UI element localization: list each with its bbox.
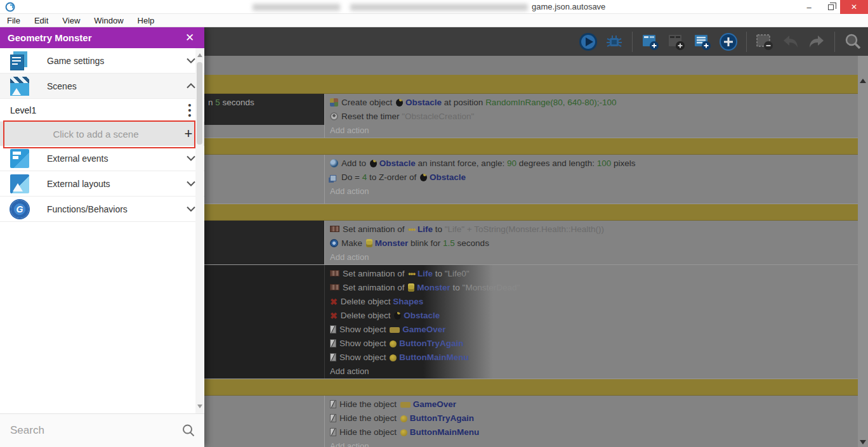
action-line[interactable]: ✖Delete object Obstacle (325, 309, 858, 323)
toolbar-separator (632, 32, 633, 52)
preview-play-button[interactable] (578, 32, 598, 52)
close-window-button[interactable]: ✕ (840, 0, 868, 14)
delete-event-button[interactable] (754, 32, 775, 52)
action-line[interactable]: Hide the object GameOver (325, 398, 858, 411)
drawer-scrollbar[interactable] (195, 48, 204, 413)
project-manager-drawer: Geometry Monster ✕ Game settings Scenes (0, 27, 204, 447)
undo-button[interactable] (780, 32, 801, 52)
action-text: Reset the timer (341, 112, 402, 121)
kebab-menu-icon[interactable]: ••• (184, 103, 195, 118)
action-text: seconds (220, 98, 254, 107)
debug-button[interactable] (604, 32, 624, 52)
action-text: pixels (611, 159, 635, 168)
action-line[interactable]: Hide the object ButtonTryAgain (325, 411, 858, 425)
add-scene-label: Click to add a scene (10, 129, 181, 139)
action-line[interactable]: ✖Delete object Shapes (325, 295, 858, 309)
action-line[interactable]: Show object ButtonMainMenu (325, 351, 858, 365)
add-comment-button[interactable] (692, 32, 713, 52)
scroll-up-icon[interactable] (197, 53, 202, 57)
chevron-down-icon (187, 206, 195, 212)
object-name: Monster (375, 238, 409, 248)
action-line[interactable]: Make Monster blink for 1.5 seconds (325, 236, 858, 250)
minimize-button[interactable]: – (798, 0, 820, 14)
comment-event[interactable] (204, 138, 858, 155)
sidebar-item-label: Game settings (47, 56, 187, 66)
delete-action-icon: ✖ (330, 298, 338, 306)
parameter-value: RandomInRange(80, 640-80);-100 (485, 98, 616, 107)
action-line[interactable]: Reset the timer "ObstacleCreation" (325, 110, 858, 124)
comment-event[interactable] (204, 379, 858, 396)
action-line[interactable]: Hide the object ButtonMainMenu (325, 425, 858, 439)
conditions-column[interactable] (204, 265, 325, 379)
scene-item-level1[interactable]: Level1 ••• (0, 99, 204, 122)
redo-button[interactable] (806, 32, 827, 52)
search-input[interactable] (10, 424, 181, 437)
action-line[interactable]: Show object ButtonTryAgain (325, 337, 858, 351)
drawer-search-bar (0, 413, 204, 447)
add-action-link[interactable]: Add action (325, 439, 858, 447)
event-row[interactable]: Hide the object GameOverHide the object … (204, 396, 858, 447)
event-row[interactable]: Set animation of •••Life to "Life" + ToS… (204, 221, 858, 265)
string-value: "Life0" (445, 269, 470, 278)
action-line[interactable]: Do = 4 to Z-order of Obstacle (325, 171, 858, 185)
project-title: Geometry Monster (8, 32, 183, 43)
actions-column: Set animation of •••Life to "Life0"Set a… (325, 265, 858, 379)
add-action-link[interactable]: Add action (325, 185, 858, 198)
add-event-other-button[interactable] (718, 32, 739, 52)
action-line[interactable]: Set animation of Monster to "MonsterDead… (325, 281, 858, 295)
conditions-column[interactable]: n 5 seconds (204, 94, 325, 138)
action-line[interactable]: Create object Obstacle at position Rando… (325, 96, 858, 110)
sidebar-item-external-events[interactable]: External events (0, 146, 204, 171)
action-line[interactable]: Show object GameOver (325, 323, 858, 337)
conditions-column[interactable] (204, 221, 325, 264)
scroll-down-icon[interactable] (860, 440, 866, 444)
sidebar-item-scenes[interactable]: Scenes (0, 74, 204, 99)
menu-help[interactable]: Help (131, 14, 162, 27)
add-scene-row[interactable]: Click to add a scene + (0, 122, 204, 146)
event-row[interactable]: Add to Obstacle an instant force, angle:… (204, 155, 858, 204)
event-row[interactable]: Set animation of •••Life to "Life0"Set a… (204, 265, 858, 379)
actions-column: Set animation of •••Life to "Life" + ToS… (325, 221, 858, 264)
add-sub-event-button[interactable] (666, 32, 687, 52)
blurred-text-placeholder (253, 4, 340, 11)
scroll-down-icon[interactable] (197, 405, 202, 408)
action-text: at position (442, 98, 485, 107)
add-action-link[interactable]: Add action (325, 124, 858, 138)
menu-edit[interactable]: Edit (27, 14, 55, 27)
restore-button[interactable] (820, 0, 841, 14)
conditions-column[interactable] (204, 155, 325, 204)
action-line[interactable]: Set animation of •••Life to "Life" + ToS… (325, 223, 858, 236)
add-event-button[interactable] (640, 32, 661, 52)
plus-icon[interactable]: + (181, 126, 195, 142)
conditions-column[interactable] (204, 396, 325, 447)
events-scrollbar[interactable] (858, 56, 868, 447)
event-row[interactable]: n 5 secondsCreate object Obstacle at pos… (204, 94, 858, 138)
scrollbar-thumb[interactable] (197, 62, 202, 145)
menu-window[interactable]: Window (87, 14, 130, 27)
scroll-up-icon[interactable] (860, 79, 866, 83)
action-line[interactable]: Set animation of •••Life to "Life0" (325, 267, 858, 281)
sidebar-item-functions-behaviors[interactable]: G Functions/Behaviors (0, 197, 204, 222)
anim-action-icon (330, 226, 339, 232)
action-text: Set animation of (343, 283, 407, 292)
action-text: seconds (455, 238, 489, 248)
game-settings-icon (10, 51, 29, 70)
action-line[interactable]: Add to Obstacle an instant force, angle:… (325, 157, 858, 171)
gameover-object-icon (390, 327, 400, 333)
add-action-link[interactable]: Add action (325, 365, 858, 379)
sidebar-item-game-settings[interactable]: Game settings (0, 48, 204, 74)
action-text: Add to (341, 159, 369, 168)
sidebar-item-external-layouts[interactable]: External layouts (0, 171, 204, 197)
search-icon[interactable] (181, 424, 195, 437)
bomb-object-icon (420, 174, 427, 181)
scene-name: Level1 (10, 105, 184, 115)
redacted-condition (204, 221, 324, 264)
comment-event[interactable] (204, 75, 858, 94)
add-action-link[interactable]: Add action (325, 250, 858, 264)
menu-view[interactable]: View (55, 14, 87, 27)
search-events-button[interactable] (843, 32, 863, 52)
menu-file[interactable]: File (0, 14, 27, 27)
close-drawer-button[interactable]: ✕ (183, 31, 197, 45)
action-text: Set animation of (343, 224, 407, 234)
comment-event[interactable] (204, 204, 858, 221)
